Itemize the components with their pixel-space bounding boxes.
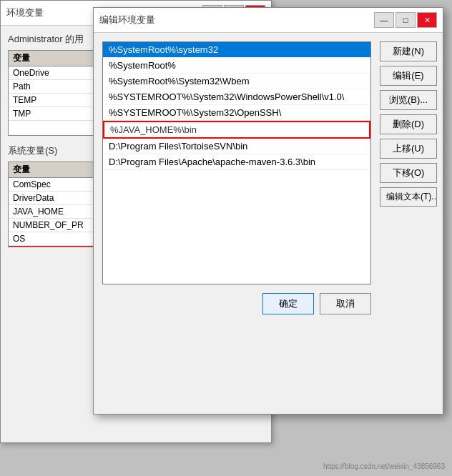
side-buttons: 新建(N) 编辑(E) 浏览(B)... 删除(D) 上移(U) 下移(O) 编…	[380, 41, 437, 207]
edit-dialog-bottom-buttons: 确定 取消	[102, 293, 371, 314]
new-btn[interactable]: 新建(N)	[380, 41, 437, 61]
edit-close-btn[interactable]: ✕	[417, 12, 437, 28]
path-listbox[interactable]: %SystemRoot%\system32%SystemRoot%%System…	[102, 41, 371, 284]
path-item-5[interactable]: %JAVA_HOME%\bin	[103, 121, 370, 139]
env-window-title: 环境变量	[6, 6, 44, 19]
edit-cancel-button[interactable]: 取消	[320, 293, 371, 314]
browse-btn[interactable]: 浏览(B)...	[380, 90, 437, 110]
edit-dialog-title: 编辑环境变量	[99, 14, 155, 26]
delete-btn[interactable]: 删除(D)	[380, 114, 437, 134]
path-item-3[interactable]: %SYSTEMROOT%\System32\WindowsPowerShell\…	[103, 89, 370, 105]
move-down-btn[interactable]: 下移(O)	[380, 163, 437, 183]
path-item-0[interactable]: %SystemRoot%\system32	[103, 42, 370, 58]
path-item-7[interactable]: D:\Program Files\Apache\apache-maven-3.6…	[103, 154, 370, 170]
edit-dialog-controls: — □ ✕	[374, 12, 437, 28]
edit-dialog-titlebar: 编辑环境变量 — □ ✕	[94, 8, 443, 33]
edit-btn[interactable]: 编辑(E)	[380, 66, 437, 86]
edit-dialog: 编辑环境变量 — □ ✕ %SystemRoot%\system32%Syste…	[93, 7, 443, 415]
move-up-btn[interactable]: 上移(U)	[380, 139, 437, 159]
edit-dialog-body: %SystemRoot%\system32%SystemRoot%%System…	[94, 33, 443, 323]
edit-maximize-btn[interactable]: □	[396, 12, 416, 28]
edit-text-btn[interactable]: 编辑文本(T)...	[380, 187, 437, 207]
path-item-1[interactable]: %SystemRoot%	[103, 58, 370, 74]
edit-ok-button[interactable]: 确定	[262, 293, 314, 314]
watermark: https://blog.csdn.net/weixin_43856963	[323, 462, 445, 470]
path-item-6[interactable]: D:\Program Files\TortoiseSVN\bin	[103, 139, 370, 154]
path-item-4[interactable]: %SYSTEMROOT%\System32\OpenSSH\	[103, 105, 370, 121]
path-item-2[interactable]: %SystemRoot%\System32\Wbem	[103, 74, 370, 89]
edit-minimize-btn[interactable]: —	[374, 12, 394, 28]
